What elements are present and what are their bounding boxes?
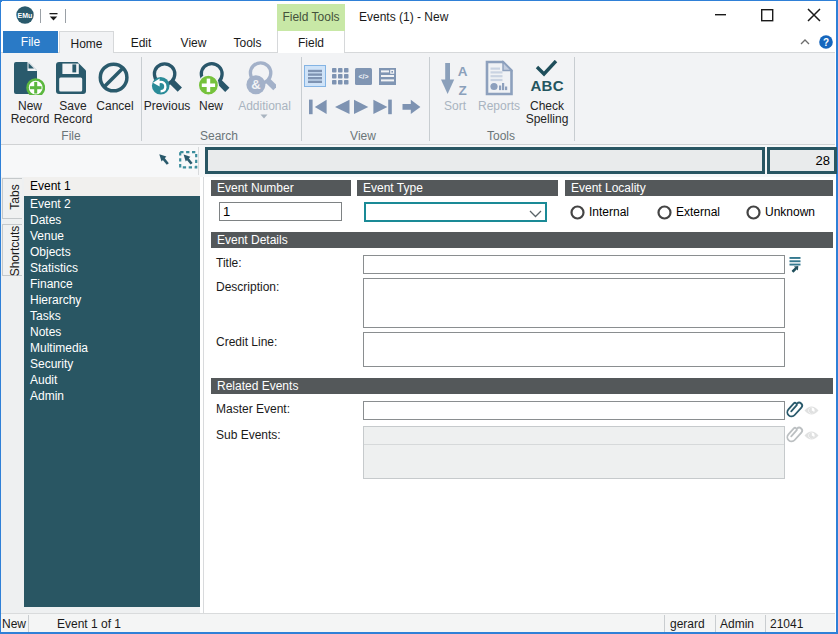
svg-text:ABC: ABC (531, 77, 564, 94)
svg-text:</>: </> (358, 73, 368, 80)
svg-text:A: A (458, 64, 468, 79)
svg-text:?: ? (823, 37, 829, 48)
svg-text:Z: Z (458, 83, 466, 98)
svg-text:EMu: EMu (18, 12, 33, 19)
svg-text:&: & (251, 77, 260, 92)
